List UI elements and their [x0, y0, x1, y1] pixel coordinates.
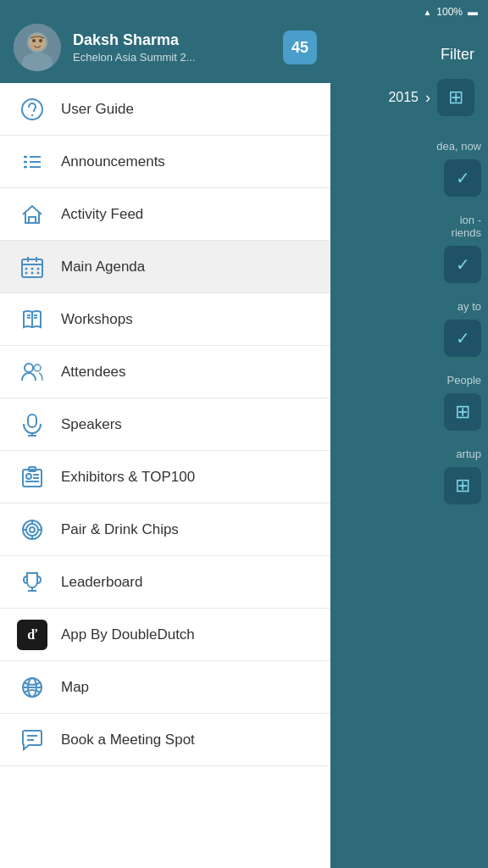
pair-drink-label: Pair & Drink Chips: [61, 521, 179, 538]
calendar-icon: ⊞: [437, 79, 474, 116]
sidebar-item-activity-feed[interactable]: Activity Feed: [0, 188, 330, 241]
bg-text-3: ay to: [458, 300, 481, 313]
check-icon-2: ✓: [444, 246, 481, 283]
svg-point-16: [24, 165, 26, 168]
chat-icon: [17, 725, 47, 755]
sidebar-item-leaderboard[interactable]: Leaderboard: [0, 556, 330, 609]
svg-point-41: [26, 524, 38, 536]
bg-item-3: ay to ✓: [333, 300, 481, 357]
sidebar-item-pair-drink[interactable]: Pair & Drink Chips: [0, 504, 330, 556]
svg-point-4: [32, 39, 36, 42]
avatar: [14, 24, 61, 71]
sidebar-item-announcements[interactable]: Announcements: [0, 136, 330, 188]
bg-text-4: People: [447, 374, 481, 387]
calendar-icon-2: ⊞: [444, 393, 481, 431]
year-row: 2015 › ⊞: [333, 72, 481, 123]
year-text: 2015: [388, 90, 419, 105]
svg-point-42: [30, 527, 35, 532]
speakers-label: Speakers: [61, 416, 122, 433]
avatar-svg: [14, 24, 61, 71]
people-icon: [17, 357, 47, 387]
sidebar-item-map[interactable]: Map: [0, 661, 330, 714]
bg-item-4: People ⊞: [333, 374, 481, 431]
svg-point-15: [24, 160, 26, 163]
bg-text-1: dea, now: [436, 140, 481, 153]
question-icon: [17, 94, 47, 125]
sidebar-item-doubledutch[interactable]: ď App By DoubleDutch: [0, 609, 330, 661]
svg-point-5: [39, 39, 42, 42]
globe-icon: [17, 672, 47, 703]
microphone-icon: [17, 409, 47, 440]
sidebar-item-workshops[interactable]: Workshops: [0, 293, 330, 346]
bg-item-1: dea, now ✓: [333, 140, 481, 197]
chip-icon: [17, 515, 47, 545]
trophy-icon: [17, 567, 47, 598]
leaderboard-label: Leaderboard: [61, 574, 142, 591]
svg-rect-31: [28, 415, 36, 427]
check-icon-1: ✓: [444, 159, 481, 197]
svg-point-35: [26, 474, 31, 479]
calendar-icon-3: ⊞: [444, 467, 481, 504]
home-icon: [17, 199, 47, 230]
battery-text: 100%: [436, 6, 463, 18]
check-icon-3: ✓: [444, 320, 481, 357]
doubledutch-icon: ď: [17, 620, 47, 650]
background-content: Filter 2015 › ⊞ dea, now ✓ ion -riends ✓…: [326, 24, 488, 868]
main-agenda-label: Main Agenda: [61, 259, 145, 275]
signal-icon: ▲: [423, 8, 431, 17]
chevron-right-icon: ›: [425, 89, 430, 107]
book-icon: [17, 304, 47, 335]
user-event: Echelon Asia Summit 2...: [73, 51, 271, 64]
attendees-label: Attendees: [61, 364, 126, 381]
sidebar-item-attendees[interactable]: Attendees: [0, 346, 330, 398]
map-label: Map: [61, 679, 89, 696]
avatar-image: [14, 24, 61, 71]
bg-text-5: artup: [456, 448, 481, 460]
workshops-label: Workshops: [61, 311, 133, 328]
navigation-drawer: Daksh Sharma Echelon Asia Summit 2... 45…: [0, 0, 330, 868]
announcements-label: Announcements: [61, 153, 165, 170]
sidebar-item-user-guide[interactable]: User Guide: [0, 83, 330, 136]
bg-item-5: artup ⊞: [333, 448, 481, 504]
battery-icon: ▬: [468, 6, 478, 18]
svg-point-29: [25, 364, 33, 372]
calendar-grid-icon: [17, 252, 47, 282]
sidebar-item-main-agenda[interactable]: Main Agenda: [0, 241, 330, 293]
bg-text-2: ion -riends: [452, 214, 481, 239]
sidebar-item-speakers[interactable]: Speakers: [0, 398, 330, 451]
sidebar-item-exhibitors[interactable]: Exhibitors & TOP100: [0, 451, 330, 504]
badge-icon: [17, 462, 47, 492]
user-guide-label: User Guide: [61, 101, 134, 118]
notification-badge[interactable]: 45: [283, 31, 317, 64]
doubledutch-label: App By DoubleDutch: [61, 626, 195, 643]
activity-feed-label: Activity Feed: [61, 206, 143, 223]
svg-point-14: [24, 155, 26, 158]
svg-rect-17: [29, 217, 36, 223]
exhibitors-label: Exhibitors & TOP100: [61, 469, 195, 486]
book-meeting-label: Book a Meeting Spot: [61, 732, 195, 748]
sidebar-item-book-meeting[interactable]: Book a Meeting Spot: [0, 714, 330, 766]
user-name: Daksh Sharma: [73, 31, 271, 49]
user-info: Daksh Sharma Echelon Asia Summit 2...: [73, 31, 271, 64]
menu-list: User Guide Announcements: [0, 83, 330, 868]
bg-item-2: ion -riends ✓: [333, 214, 481, 283]
svg-point-7: [31, 114, 33, 115]
filter-label: Filter: [333, 32, 481, 72]
list-icon: [17, 147, 47, 177]
status-bar-right: ▲ 100% ▬: [423, 6, 478, 18]
svg-point-6: [22, 99, 42, 120]
status-bar: ▲ 100% ▬: [0, 0, 488, 24]
svg-point-30: [34, 364, 41, 371]
